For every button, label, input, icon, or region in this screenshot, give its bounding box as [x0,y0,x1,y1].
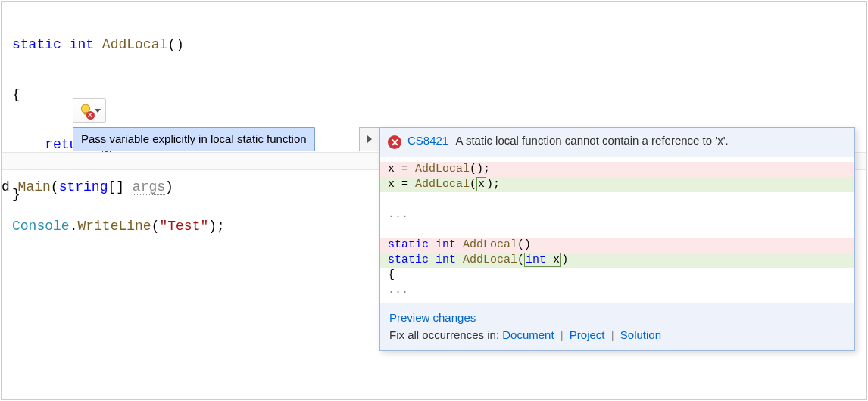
quickfix-suggestion-label: Pass variable explicitly in local static… [81,132,307,145]
preview-changes-link[interactable]: Preview changes [389,311,476,324]
chevron-down-icon [95,109,101,113]
diff-added-line: x = AddLocal(x); [380,177,854,192]
preview-footer: Preview changes Fix all occurrences in: … [380,303,854,350]
fix-all-project-link[interactable]: Project [570,328,605,341]
chevron-right-icon [367,135,372,143]
diff-context-line: { [380,268,854,283]
lightbulb-error-icon: ✕ [79,104,92,117]
error-header: ✕ CS8421 A static local function cannot … [380,128,854,157]
diff-added-line: static int AddLocal(int x) [380,253,854,268]
error-icon: ✕ [388,135,401,149]
diff-removed-line: x = AddLocal(); [380,162,854,177]
error-code-link[interactable]: CS8421 [407,134,448,147]
diff-ellipsis: ... [380,283,854,298]
error-message: A static local function cannot contain a… [456,134,729,147]
fix-all-document-link[interactable]: Document [502,328,554,341]
quickfix-preview-panel: ✕ CS8421 A static local function cannot … [379,127,855,351]
fix-all-solution-link[interactable]: Solution [620,328,661,341]
diff-context-line [380,192,854,207]
code-line: { [2,85,866,104]
quick-actions-button[interactable]: ✕ [73,98,106,123]
code-line: static int AddLocal() [2,35,866,54]
quickfix-suggestion-item[interactable]: Pass variable explicitly in local static… [73,127,315,151]
diff-context-line [380,222,854,238]
editor-frame: static int AddLocal() { return x += 1; }… [1,1,867,400]
diff-removed-line: static int AddLocal() [380,238,854,253]
diff-ellipsis: ... [380,207,854,222]
diff-preview: x = AddLocal(); x = AddLocal(x); ... sta… [380,157,854,303]
quickfix-expand-button[interactable] [359,127,380,151]
fix-all-label: Fix all occurrences in: [389,328,502,341]
